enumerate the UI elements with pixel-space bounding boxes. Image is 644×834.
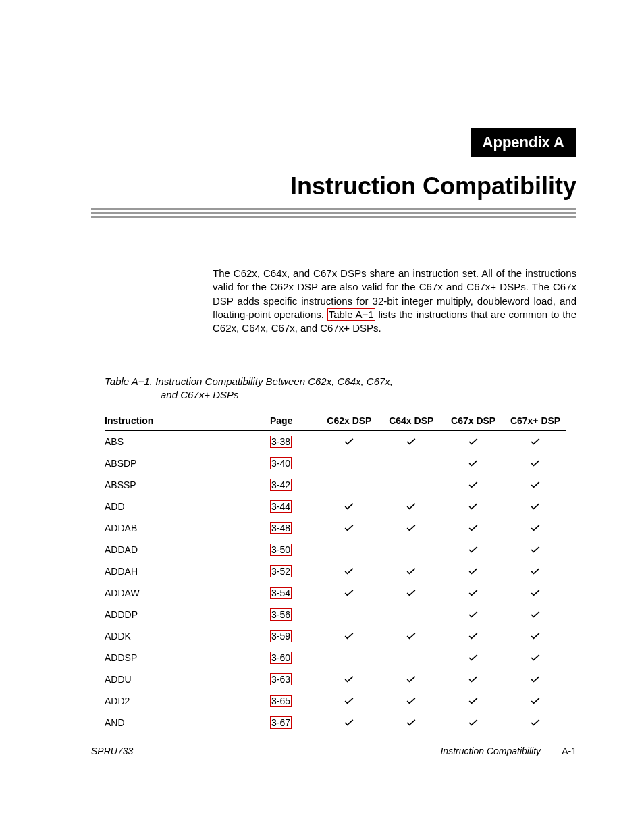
cell-page: 3-56	[270, 604, 318, 625]
cell-c67	[442, 625, 504, 647]
table-row: ADDAD3-50	[105, 539, 566, 561]
cell-instruction: ADDAD	[105, 539, 270, 561]
cell-c62	[318, 669, 380, 690]
cell-c67p	[504, 669, 566, 690]
cell-c67p	[504, 561, 566, 582]
cell-c64	[380, 517, 442, 539]
title-rules	[91, 208, 576, 220]
cell-page: 3-40	[270, 452, 318, 474]
page-link[interactable]: 3-52	[270, 565, 292, 577]
check-icon	[531, 611, 540, 618]
page-link[interactable]: 3-60	[270, 652, 292, 664]
cell-c67	[442, 431, 504, 453]
cell-c67	[442, 582, 504, 604]
table-row: ADD23-65	[105, 690, 566, 712]
page-link[interactable]: 3-67	[270, 716, 292, 729]
check-icon	[344, 676, 354, 683]
cell-page: 3-54	[270, 582, 318, 604]
page-link[interactable]: 3-50	[270, 544, 292, 556]
cell-c67p	[504, 647, 566, 669]
check-icon	[531, 654, 540, 661]
check-icon	[531, 590, 540, 596]
cell-c67	[442, 604, 504, 625]
page-link[interactable]: 3-63	[270, 673, 292, 685]
table-row: ADDK3-59	[105, 625, 566, 647]
cell-c67p	[504, 690, 566, 712]
check-icon	[531, 546, 540, 553]
footer-section: Instruction Compatibility	[440, 746, 541, 756]
check-icon	[531, 460, 540, 467]
col-c64: C64x DSP	[380, 411, 442, 431]
cell-c62	[318, 561, 380, 582]
page-link[interactable]: 3-59	[270, 630, 292, 642]
cell-c67	[442, 690, 504, 712]
page-link[interactable]: 3-42	[270, 479, 292, 491]
table-ref-link[interactable]: Table A−1	[327, 308, 375, 321]
cell-c67p	[504, 452, 566, 474]
cell-page: 3-63	[270, 669, 318, 690]
cell-c62	[318, 690, 380, 712]
table-row: ABS3-38	[105, 431, 566, 453]
check-icon	[344, 719, 354, 726]
check-icon	[468, 676, 478, 683]
check-icon	[406, 568, 416, 575]
table-caption-cont: and C67x+ DSPs	[161, 388, 393, 402]
cell-c67	[442, 496, 504, 517]
check-icon	[531, 568, 540, 575]
check-icon	[468, 546, 478, 553]
cell-c67p	[504, 496, 566, 517]
cell-c67	[442, 517, 504, 539]
cell-instruction: AND	[105, 712, 270, 733]
check-icon	[344, 438, 354, 445]
cell-c64	[380, 474, 442, 496]
cell-c62	[318, 712, 380, 733]
cell-instruction: ADDDP	[105, 604, 270, 625]
page-link[interactable]: 3-65	[270, 695, 292, 707]
page-link[interactable]: 3-48	[270, 522, 292, 534]
check-icon	[406, 633, 416, 640]
table-row: ABSDP3-40	[105, 452, 566, 474]
cell-page: 3-38	[270, 431, 318, 453]
page-link[interactable]: 3-40	[270, 457, 292, 469]
cell-c67	[442, 669, 504, 690]
col-instruction: Instruction	[105, 411, 270, 431]
cell-c67p	[504, 604, 566, 625]
page-link[interactable]: 3-56	[270, 608, 292, 621]
table-row: ADD3-44	[105, 496, 566, 517]
table-row: ADDU3-63	[105, 669, 566, 690]
table-row: ADDAB3-48	[105, 517, 566, 539]
check-icon	[406, 719, 416, 726]
page-title: Instruction Compatibility	[290, 172, 576, 201]
table-caption-lead: Table A−1. Instruction Compatibility Bet…	[105, 375, 393, 387]
check-icon	[406, 525, 416, 531]
check-icon	[468, 568, 478, 575]
check-icon	[344, 503, 354, 510]
cell-c67	[442, 539, 504, 561]
check-icon	[468, 503, 478, 510]
table-row: AND3-67	[105, 712, 566, 733]
table-row: ABSSP3-42	[105, 474, 566, 496]
check-icon	[468, 525, 478, 531]
cell-page: 3-67	[270, 712, 318, 733]
page-link[interactable]: 3-44	[270, 500, 292, 513]
cell-c67p	[504, 625, 566, 647]
page-link[interactable]: 3-38	[270, 436, 292, 448]
page-link[interactable]: 3-54	[270, 587, 292, 599]
cell-instruction: ADDAH	[105, 561, 270, 582]
footer-doc-id: SPRU733	[91, 746, 133, 756]
cell-page: 3-50	[270, 539, 318, 561]
check-icon	[468, 460, 478, 467]
cell-instruction: ADD2	[105, 690, 270, 712]
check-icon	[468, 611, 478, 618]
cell-page: 3-52	[270, 561, 318, 582]
cell-instruction: ADD	[105, 496, 270, 517]
cell-c67p	[504, 582, 566, 604]
table-row: ADDAH3-52	[105, 561, 566, 582]
check-icon	[531, 438, 540, 445]
check-icon	[344, 525, 354, 531]
cell-c64	[380, 712, 442, 733]
footer-page-number: A-1	[562, 746, 576, 756]
cell-c62	[318, 474, 380, 496]
cell-c64	[380, 647, 442, 669]
check-icon	[531, 481, 540, 488]
